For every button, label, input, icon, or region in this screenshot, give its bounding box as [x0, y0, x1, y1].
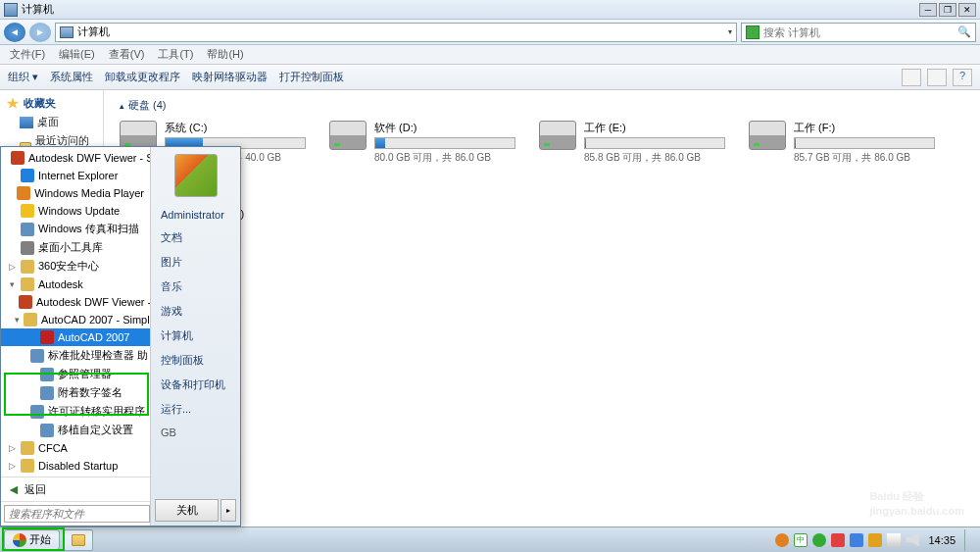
- program-item[interactable]: 移植自定义设置: [1, 421, 150, 439]
- back-button[interactable]: ◄返回: [1, 477, 150, 501]
- program-item[interactable]: ▷360安全中心: [1, 257, 150, 276]
- program-label: Windows Update: [38, 205, 120, 217]
- program-icon: [21, 459, 34, 473]
- drive-icon: [329, 121, 367, 150]
- computer-icon: [4, 3, 18, 17]
- network-icon[interactable]: [887, 533, 901, 547]
- map-drive-button[interactable]: 映射网络驱动器: [192, 70, 268, 84]
- close-button[interactable]: ✕: [958, 3, 976, 17]
- help-button[interactable]: ?: [953, 69, 972, 86]
- program-item[interactable]: 标准批处理检查器 助 acad.exe: [1, 346, 150, 365]
- menu-view[interactable]: 查看(V): [103, 45, 151, 64]
- program-label: Windows Media Player: [34, 187, 144, 199]
- program-icon: [21, 260, 34, 274]
- start-right-item[interactable]: 游戏: [151, 299, 240, 324]
- favorites-header[interactable]: 收藏夹: [0, 94, 103, 113]
- tray-icon[interactable]: [868, 533, 882, 547]
- start-search-input[interactable]: [4, 505, 150, 523]
- back-button[interactable]: ◄: [4, 23, 25, 42]
- show-desktop-button[interactable]: [964, 529, 972, 551]
- program-item[interactable]: 桌面小工具库: [1, 238, 150, 257]
- user-avatar[interactable]: [151, 147, 240, 204]
- program-icon: [40, 368, 54, 381]
- programs-list: Autodesk DWF Viewer - Simplified ChinInt…: [1, 147, 150, 477]
- program-item[interactable]: AutoCAD 2007: [1, 328, 150, 346]
- tray-icon[interactable]: [812, 533, 826, 547]
- hard-drives-header[interactable]: ▴硬盘 (4): [120, 98, 964, 113]
- menu-file[interactable]: 文件(F): [4, 45, 51, 64]
- maximize-button[interactable]: ❐: [939, 3, 956, 17]
- start-right-item[interactable]: 文档: [151, 226, 240, 250]
- view-button[interactable]: [902, 69, 921, 86]
- start-right-item[interactable]: 控制面板: [151, 348, 240, 373]
- start-right-item[interactable]: 音乐: [151, 275, 240, 299]
- clock[interactable]: 14:35: [924, 534, 959, 546]
- shutdown-button[interactable]: 关机: [155, 499, 219, 522]
- system-tray: 中 14:35: [775, 529, 976, 551]
- program-item[interactable]: Autodesk DWF Viewer - Simplified C: [1, 293, 150, 311]
- drive-usage-bar: [584, 137, 725, 149]
- start-right-item[interactable]: 图片: [151, 250, 240, 275]
- search-field[interactable]: 🔍: [741, 23, 976, 42]
- program-item[interactable]: ▷Disabled Startup: [1, 457, 150, 475]
- gb-label: GB: [151, 422, 240, 443]
- volume-icon[interactable]: [906, 533, 919, 547]
- drive-name: 工作 (F:): [794, 121, 935, 135]
- start-right-item[interactable]: 计算机: [151, 324, 240, 348]
- toolbar: 组织 ▾ 系统属性 卸载或更改程序 映射网络驱动器 打开控制面板 ?: [0, 65, 980, 90]
- program-item[interactable]: Autodesk DWF Viewer - Simplified Chin: [1, 149, 150, 167]
- tray-icon[interactable]: [831, 533, 845, 547]
- program-label: AutoCAD 2007 - Simplified Chines: [41, 314, 150, 326]
- program-item[interactable]: Windows 传真和扫描: [1, 220, 150, 238]
- program-item[interactable]: Windows Media Player: [1, 184, 150, 202]
- drive-item[interactable]: 软件 (D:) 80.0 GB 可用，共 86.0 GB: [329, 121, 515, 165]
- program-label: 移植自定义设置: [58, 423, 133, 437]
- search-icon[interactable]: 🔍: [957, 25, 971, 38]
- program-item[interactable]: ▾AutoCAD 2007 - Simplified Chines: [1, 311, 150, 328]
- system-properties-button[interactable]: 系统属性: [50, 70, 93, 84]
- organize-button[interactable]: 组织 ▾: [8, 70, 38, 84]
- program-item[interactable]: 参照管理器: [1, 365, 150, 383]
- explorer-task-button[interactable]: [64, 529, 93, 551]
- program-icon: [21, 441, 34, 455]
- program-icon: [30, 405, 44, 419]
- minimize-button[interactable]: ─: [919, 3, 937, 17]
- program-item[interactable]: 许可证转移实用程序: [1, 402, 150, 421]
- menu-help[interactable]: 帮助(H): [201, 45, 249, 64]
- shutdown-options-button[interactable]: ▸: [220, 499, 236, 522]
- menu-edit[interactable]: 编辑(E): [53, 45, 101, 64]
- menu-tools[interactable]: 工具(T): [152, 45, 199, 64]
- dropdown-icon[interactable]: ▾: [728, 27, 732, 36]
- program-icon: [21, 241, 34, 255]
- program-label: Autodesk DWF Viewer - Simplified Chin: [28, 152, 150, 164]
- removable-header[interactable]: ▴有可移动存储的设备 (1): [120, 184, 964, 199]
- tray-icon[interactable]: [775, 533, 789, 547]
- preview-pane-button[interactable]: [927, 69, 947, 86]
- program-item[interactable]: Windows Update: [1, 202, 150, 220]
- tray-icon[interactable]: [850, 533, 863, 547]
- uninstall-button[interactable]: 卸载或更改程序: [105, 70, 180, 84]
- start-right-item[interactable]: 运行...: [151, 397, 240, 422]
- program-item[interactable]: Internet Explorer: [1, 167, 150, 184]
- start-right-item[interactable]: Administrator: [151, 204, 240, 226]
- program-icon: [17, 186, 30, 200]
- desktop-icon: [20, 117, 33, 128]
- program-item[interactable]: 附着数字签名: [1, 383, 150, 402]
- address-bar: ◄ ► 计算机 ▾ 🔍: [0, 20, 980, 45]
- program-label: CFCA: [38, 442, 68, 454]
- back-arrow-icon: ◄: [7, 481, 21, 497]
- tray-icon[interactable]: 中: [794, 533, 808, 547]
- address-field[interactable]: 计算机 ▾: [55, 23, 737, 42]
- sidebar-item-desktop[interactable]: 桌面: [0, 113, 103, 131]
- search-input[interactable]: [763, 26, 954, 38]
- drive-free-text: 85.8 GB 可用，共 86.0 GB: [584, 151, 725, 165]
- forward-button[interactable]: ►: [29, 23, 51, 42]
- drive-item[interactable]: 工作 (E:) 85.8 GB 可用，共 86.0 GB: [539, 121, 725, 165]
- start-button[interactable]: 开始: [4, 529, 60, 550]
- drive-name: 工作 (E:): [584, 121, 725, 135]
- program-item[interactable]: ▾Autodesk: [1, 276, 150, 293]
- program-item[interactable]: ▷CFCA: [1, 439, 150, 457]
- start-right-item[interactable]: 设备和打印机: [151, 373, 240, 397]
- drive-item[interactable]: 工作 (F:) 85.7 GB 可用，共 86.0 GB: [749, 121, 935, 165]
- control-panel-button[interactable]: 打开控制面板: [279, 70, 344, 84]
